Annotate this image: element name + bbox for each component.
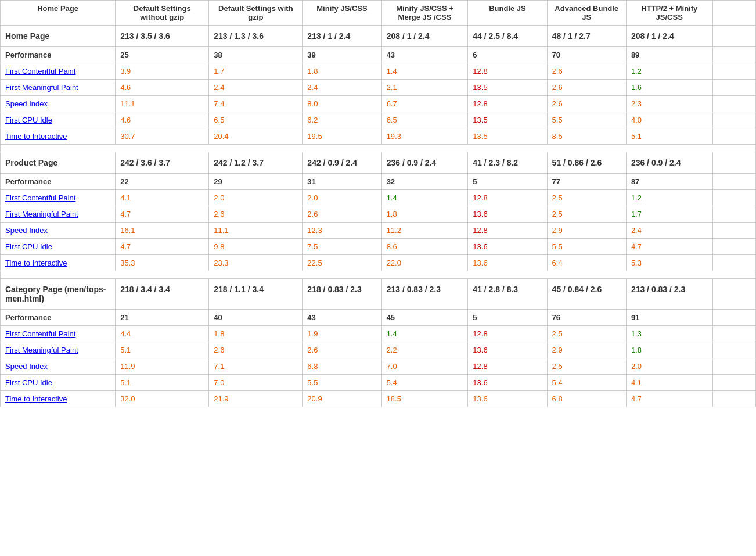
metric-val-product-2-2: 12.3	[303, 223, 381, 239]
metric-val-product-1-4: 13.6	[468, 206, 547, 223]
metric-val-product-0-5: 2.5	[547, 190, 626, 206]
metric-val-home-4-4: 13.5	[468, 128, 547, 145]
performance-val-home-1: 38	[209, 47, 303, 63]
metric-link-category-2[interactable]: Speed Index	[5, 362, 48, 371]
metric-val-home-2-3: 6.7	[381, 96, 468, 112]
metric-link-home-3[interactable]: First CPU Idle	[5, 116, 52, 124]
metric-val-home-4-0: 30.7	[116, 128, 209, 145]
performance-val-product-3: 32	[381, 174, 468, 190]
metric-link-product-3[interactable]: First CPU Idle	[5, 242, 52, 251]
performance-val-category-0: 21	[116, 310, 209, 326]
metric-link-category-4[interactable]: Time to Interactive	[5, 394, 67, 403]
metric-link-product-4[interactable]: Time to Interactive	[5, 259, 67, 267]
metric-label-home-1: First Meaningful Paint	[1, 80, 116, 96]
metric-label-product-1: First Meaningful Paint	[1, 206, 116, 223]
metric-val-product-1-2: 2.6	[303, 206, 381, 223]
metric-val-category-2-0: 11.9	[116, 358, 209, 375]
metric-label-home-3: First CPU Idle	[1, 112, 116, 128]
metric-val-product-0-0: 4.1	[116, 190, 209, 206]
requests-val-category-1: 218 / 1.1 / 3.4	[209, 279, 303, 310]
metric-link-home-2[interactable]: Speed Index	[5, 99, 48, 108]
metric-val-home-3-3: 6.5	[381, 112, 468, 128]
metric-label-category-0: First Contentful Paint	[1, 326, 116, 342]
metric-val-category-4-4: 13.6	[468, 391, 547, 407]
requests-val-product-4: 41 / 2.3 / 8.2	[468, 152, 547, 174]
metric-val-category-2-5: 2.5	[547, 358, 626, 375]
metric-link-product-1[interactable]: First Meaningful Paint	[5, 210, 78, 218]
metric-link-category-0[interactable]: First Contentful Paint	[5, 329, 75, 338]
header-page: Home Page	[1, 1, 116, 26]
metric-link-home-1[interactable]: First Meaningful Paint	[5, 83, 78, 92]
metric-val-category-4-0: 32.0	[116, 391, 209, 407]
metric-val-home-0-6: 1.2	[626, 63, 712, 80]
metric-row-category-4: Time to Interactive32.021.920.918.513.66…	[1, 391, 756, 407]
performance-val-product-1: 29	[209, 174, 303, 190]
metric-link-product-2[interactable]: Speed Index	[5, 226, 48, 235]
metric-val-product-4-4: 13.6	[468, 255, 547, 271]
section-title-category: Category Page (men/tops-men.html)	[1, 279, 116, 310]
header-col5: Bundle JS	[468, 1, 547, 26]
metric-val-category-2-2: 6.8	[303, 358, 381, 375]
metric-link-home-0[interactable]: First Contentful Paint	[5, 67, 75, 76]
metric-val-home-0-1: 1.7	[209, 63, 303, 80]
metric-val-home-4-5: 8.5	[547, 128, 626, 145]
metric-val-product-4-6: 5.3	[626, 255, 712, 271]
metric-row-category-0: First Contentful Paint4.41.81.91.412.82.…	[1, 326, 756, 342]
performance-val-category-6: 91	[626, 310, 712, 326]
metric-val-product-2-5: 2.9	[547, 223, 626, 239]
metric-row-home-2: Speed Index11.17.48.06.712.82.62.3	[1, 96, 756, 112]
metric-val-home-3-6: 4.0	[626, 112, 712, 128]
header-col8	[712, 1, 755, 26]
metric-row-product-4: Time to Interactive35.323.322.522.013.66…	[1, 255, 756, 271]
metric-val-category-0-1: 1.8	[209, 326, 303, 342]
metric-val-category-4-2: 20.9	[303, 391, 381, 407]
metric-val-category-3-5: 5.4	[547, 375, 626, 391]
metric-val-home-0-3: 1.4	[381, 63, 468, 80]
metric-link-home-4[interactable]: Time to Interactive	[5, 132, 67, 141]
metric-val-home-0-2: 1.8	[303, 63, 381, 80]
metric-val-product-1-6: 1.7	[626, 206, 712, 223]
requests-val-category-0: 218 / 3.4 / 3.4	[116, 279, 209, 310]
performance-val-category-5: 76	[547, 310, 626, 326]
performance-val-category-4: 5	[468, 310, 547, 326]
metric-val-category-3-3: 5.4	[381, 375, 468, 391]
metric-val-category-2-4: 12.8	[468, 358, 547, 375]
metric-val-home-1-6: 1.6	[626, 80, 712, 96]
metric-val-home-1-4: 13.5	[468, 80, 547, 96]
metric-val-category-0-5: 2.5	[547, 326, 626, 342]
performance-label-category: Performance	[1, 310, 116, 326]
metric-val-product-3-6: 4.7	[626, 239, 712, 255]
section-header-category: Category Page (men/tops-men.html)218 / 3…	[1, 279, 756, 310]
metric-row-home-4: Time to Interactive30.720.419.519.313.58…	[1, 128, 756, 145]
metric-val-product-4-0: 35.3	[116, 255, 209, 271]
section-title-home: Home Page	[1, 26, 116, 47]
metric-val-product-0-6: 1.2	[626, 190, 712, 206]
performance-table: Home Page Default Settings without gzip …	[0, 0, 756, 407]
requests-val-product-2: 242 / 0.9 / 2.4	[303, 152, 381, 174]
metric-val-category-0-6: 1.3	[626, 326, 712, 342]
metric-row-category-3: First CPU Idle5.17.05.55.413.65.44.1	[1, 375, 756, 391]
metric-row-home-3: First CPU Idle4.66.56.26.513.55.54.0	[1, 112, 756, 128]
metric-val-category-1-5: 2.9	[547, 342, 626, 358]
metric-val-product-4-5: 6.4	[547, 255, 626, 271]
metric-link-category-3[interactable]: First CPU Idle	[5, 378, 52, 387]
metric-val-product-4-1: 23.3	[209, 255, 303, 271]
requests-val-product-3: 236 / 0.9 / 2.4	[381, 152, 468, 174]
metric-val-category-0-3: 1.4	[381, 326, 468, 342]
metric-label-product-4: Time to Interactive	[1, 255, 116, 271]
metric-val-home-2-0: 11.1	[116, 96, 209, 112]
metric-val-product-1-5: 2.5	[547, 206, 626, 223]
metric-link-category-1[interactable]: First Meaningful Paint	[5, 346, 78, 354]
metric-val-category-1-0: 5.1	[116, 342, 209, 358]
metric-val-product-2-6: 2.4	[626, 223, 712, 239]
performance-val-home-4: 6	[468, 47, 547, 63]
metric-row-category-1: First Meaningful Paint5.12.62.62.213.62.…	[1, 342, 756, 358]
performance-row-home: Performance2538394367089	[1, 47, 756, 63]
metric-link-product-0[interactable]: First Contentful Paint	[5, 193, 75, 202]
metric-row-product-0: First Contentful Paint4.12.02.01.412.82.…	[1, 190, 756, 206]
metric-val-home-3-1: 6.5	[209, 112, 303, 128]
metric-val-home-4-6: 5.1	[626, 128, 712, 145]
performance-label-product: Performance	[1, 174, 116, 190]
metric-val-product-2-0: 16.1	[116, 223, 209, 239]
metric-val-category-4-6: 4.7	[626, 391, 712, 407]
